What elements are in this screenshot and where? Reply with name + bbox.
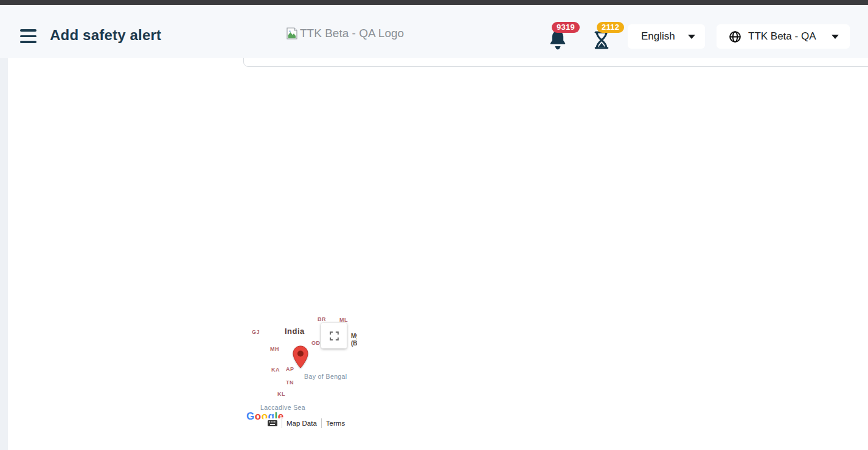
app-logo: TTK Beta - QA Logo (286, 27, 404, 40)
chevron-down-icon (688, 35, 695, 39)
map-state-label: KL (277, 391, 285, 397)
map-terms-link[interactable]: Terms (321, 418, 349, 428)
map-fullscreen-button[interactable] (321, 323, 347, 348)
chevron-down-icon (832, 35, 839, 39)
map-state-label: OD (311, 340, 320, 346)
globe-icon (729, 30, 741, 43)
map-state-label: GJ (252, 329, 260, 335)
map-edge-fragment: (B (351, 340, 357, 347)
tenant-dropdown[interactable]: TTK Beta - QA (717, 24, 850, 49)
map-attribution-strip: Map Data Terms (263, 418, 357, 428)
language-label: English (641, 30, 675, 43)
tenant-label: TTK Beta - QA (748, 30, 816, 43)
bell-badge: 9319 (552, 22, 580, 33)
map-marker-pin-icon[interactable] (292, 345, 309, 369)
map-country-label: India (285, 327, 305, 336)
map-state-label: ML (339, 317, 348, 323)
page-title: Add safety alert (50, 27, 161, 44)
map-edge-fragment: My (351, 333, 357, 339)
app-header: Add safety alert TTK Beta - QA Logo 9319… (0, 5, 868, 58)
hamburger-menu-icon[interactable] (20, 29, 36, 43)
map-state-label: KA (271, 367, 280, 373)
map-sea-label: Bay of Bengal (304, 373, 347, 380)
broken-image-icon (286, 27, 298, 40)
form-card (8, 58, 868, 450)
map-state-label: MH (270, 346, 279, 352)
hourglass-badge: 2112 (597, 22, 624, 33)
map-state-label: BR (318, 316, 326, 322)
language-dropdown[interactable]: English (628, 24, 705, 49)
window-top-strip (0, 0, 868, 5)
map-state-label: TN (286, 379, 294, 386)
logo-alt-text: TTK Beta - QA Logo (300, 27, 404, 40)
fullscreen-icon (328, 330, 340, 342)
map-data-link[interactable]: Map Data (282, 418, 321, 428)
keyboard-shortcuts-icon[interactable] (263, 418, 282, 428)
